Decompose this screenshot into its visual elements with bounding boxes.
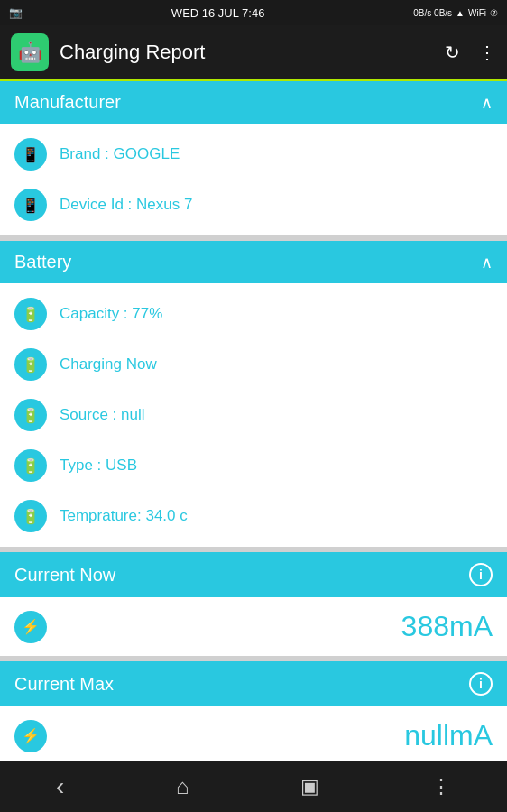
temperature-label: Temprature: 34.0 c <box>60 507 188 525</box>
back-button[interactable]: ‹ <box>56 772 64 801</box>
device-phone-icon: 📱 <box>22 197 40 214</box>
device-id-icon: 📱 <box>14 189 47 221</box>
temperature-row: 🔋 Temprature: 34.0 c <box>0 491 507 541</box>
signal-icon: ▲ <box>456 8 465 18</box>
recent-button[interactable]: ▣ <box>300 775 319 798</box>
menu-button[interactable]: ⋮ <box>478 42 496 63</box>
battery-header[interactable]: Battery ∧ <box>0 241 507 283</box>
status-bar: 📷 WED 16 JUL 7:46 0B/s 0B/s ▲ WiFi ⑦ <box>0 0 507 25</box>
current-now-info-button[interactable]: i <box>469 563 493 586</box>
current-max-info-button[interactable]: i <box>469 672 493 696</box>
manufacturer-header[interactable]: Manufacturer ∧ <box>0 81 507 124</box>
manufacturer-content: 📱 Brand : GOOGLE 📱 Device Id : Nexus 7 <box>0 124 507 235</box>
status-left: 📷 <box>9 6 23 19</box>
title-actions: ↻ ⋮ <box>445 42 496 63</box>
app-icon: 🤖 <box>11 33 49 71</box>
current-max-title: Current Max <box>14 674 114 695</box>
current-max-section: Current Max i ⚡ nullmA <box>0 661 507 761</box>
refresh-button[interactable]: ↻ <box>445 42 460 63</box>
current-now-bolt-icon: ⚡ <box>14 611 47 643</box>
bottom-nav: ‹ ⌂ ▣ ⋮ <box>0 761 507 812</box>
title-bar: 🤖 Charging Report ↻ ⋮ <box>0 25 507 81</box>
charging-now-label: Charging Now <box>60 355 157 374</box>
phone-icon: 📱 <box>22 146 40 163</box>
charging-now-row: 🔋 Charging Now <box>0 339 507 390</box>
battery-toggle[interactable]: ∧ <box>481 253 493 272</box>
battery-section: Battery ∧ 🔋 Capacity : 77% 🔋 Charging No… <box>0 241 507 547</box>
current-max-value: nullmA <box>404 719 493 752</box>
source-icon: 🔋 <box>14 399 47 431</box>
capacity-row: 🔋 Capacity : 77% <box>0 289 507 339</box>
screenshot-icon: 📷 <box>9 6 23 19</box>
type-label: Type : USB <box>60 457 137 475</box>
battery-title: Battery <box>14 252 71 272</box>
source-row: 🔋 Source : null <box>0 390 507 440</box>
brand-label: Brand : GOOGLE <box>60 145 180 163</box>
current-max-header[interactable]: Current Max i <box>0 661 507 706</box>
status-right: 0B/s 0B/s ▲ WiFi ⑦ <box>413 8 498 18</box>
current-max-value-row: ⚡ nullmA <box>0 706 507 761</box>
main-content: Manufacturer ∧ 📱 Brand : GOOGLE 📱 Device… <box>0 81 507 761</box>
capacity-label: Capacity : 77% <box>60 305 162 323</box>
current-now-title: Current Now <box>14 565 115 586</box>
battery-content: 🔋 Capacity : 77% 🔋 Charging Now 🔋 Source… <box>0 283 507 547</box>
device-id-label: Device Id : Nexus 7 <box>60 196 192 214</box>
current-now-value: 388mA <box>401 610 493 643</box>
manufacturer-title: Manufacturer <box>14 92 121 113</box>
device-id-row: 📱 Device Id : Nexus 7 <box>0 180 507 230</box>
current-now-value-row: ⚡ 388mA <box>0 597 507 656</box>
temperature-icon: 🔋 <box>14 500 47 532</box>
wifi-icon: WiFi <box>468 8 486 18</box>
type-icon: 🔋 <box>14 449 47 482</box>
page-title: Charging Report <box>60 41 434 64</box>
manufacturer-section: Manufacturer ∧ 📱 Brand : GOOGLE 📱 Device… <box>0 81 507 235</box>
current-now-header[interactable]: Current Now i <box>0 552 507 597</box>
current-max-bolt-icon: ⚡ <box>14 720 47 752</box>
options-button[interactable]: ⋮ <box>431 775 451 798</box>
status-time: WED 16 JUL 7:46 <box>171 6 265 20</box>
network-speed: 0B/s 0B/s <box>413 8 452 18</box>
app-icon-symbol: 🤖 <box>18 41 42 64</box>
capacity-icon: 🔋 <box>14 298 47 330</box>
brand-icon: 📱 <box>14 138 47 171</box>
battery-icon: ⑦ <box>490 8 498 18</box>
home-button[interactable]: ⌂ <box>176 774 189 799</box>
manufacturer-toggle[interactable]: ∧ <box>481 93 493 113</box>
charging-now-icon: 🔋 <box>14 348 47 381</box>
source-label: Source : null <box>60 406 145 424</box>
brand-row: 📱 Brand : GOOGLE <box>0 129 507 180</box>
current-now-section: Current Now i ⚡ 388mA <box>0 552 507 656</box>
type-row: 🔋 Type : USB <box>0 440 507 491</box>
